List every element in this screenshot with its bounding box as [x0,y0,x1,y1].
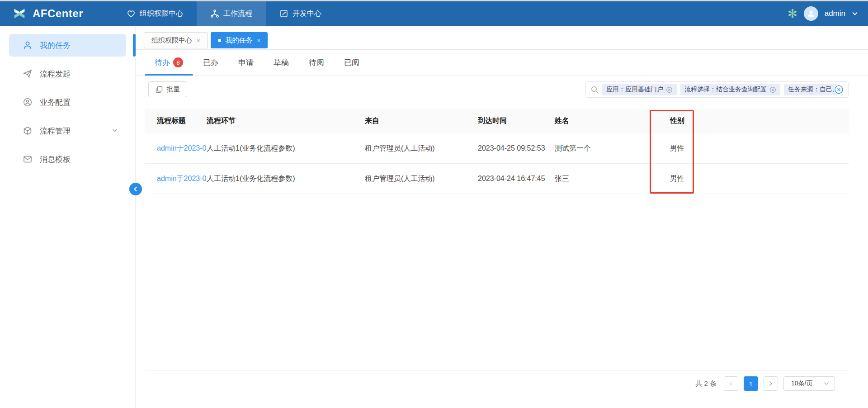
filter-chip-label: 应用：应用基础门户 [606,85,663,94]
cell-name: 张三 [555,174,670,184]
table-row[interactable]: admin于2023-0 人工活动1(业务化流程参数) 租户管理员(人工活动) … [145,133,849,164]
filter-search-box[interactable]: 应用：应用基础门户 流程选择：结合业务查询配置 任务来源：自己,代 [585,81,849,98]
cell-from: 租户管理员(人工活动) [365,144,478,153]
next-page-button[interactable] [764,376,778,391]
chevron-down-icon[interactable] [852,11,858,16]
edit-square-icon [279,9,288,18]
column-header-process-step[interactable]: 流程环节 [207,116,365,126]
nav-item-workflow[interactable]: 工作流程 [197,1,266,26]
doc-tab-my-tasks[interactable]: 我的任务 × [211,32,268,48]
heart-shield-icon [127,9,136,18]
sidebar: 我的任务 流程发起 业务配置 流程管理 [0,26,136,408]
task-table: 流程标题 流程环节 来自 到达时间 姓名 性别 admin于2023-0 人工活… [145,109,849,194]
cell-from: 租户管理员(人工活动) [365,174,478,184]
filter-chip-process-select[interactable]: 流程选择：结合业务查询配置 [680,84,780,95]
brand[interactable]: AFCenter [0,1,113,26]
assistant-knot-icon[interactable]: ✻ [788,8,797,19]
tab-label: 已办 [203,57,218,68]
remove-filter-icon[interactable] [769,86,776,93]
nav-item-org-permission-center[interactable]: 组织权限中心 [113,1,197,26]
todo-count-badge: 8 [173,57,183,67]
search-icon [590,85,599,94]
document-tab-bar: 组织权限中心 × 我的任务 × [136,26,868,50]
filter-chip-label: 流程选择：结合业务查询配置 [684,85,767,94]
sidebar-item-start-process[interactable]: 流程发起 [9,62,126,85]
paper-plane-icon [23,69,33,79]
clear-all-filters-icon[interactable] [834,85,844,95]
active-dot-icon [218,39,221,42]
remove-filter-icon[interactable] [666,86,673,93]
cell-arrival-time: 2023-04-24 16:47:45 [478,175,555,183]
filter-chip-task-source[interactable]: 任务来源：自己,代 [784,84,838,95]
sidebar-item-label: 流程管理 [40,126,71,136]
sidebar-item-my-tasks[interactable]: 我的任务 [9,34,126,57]
close-icon[interactable]: × [197,38,200,43]
tab-read[interactable]: 已阅 [334,50,369,75]
brand-title: AFCenter [33,7,83,20]
doc-tab-label: 组织权限中心 [151,36,192,45]
page-size-select[interactable]: 10条/页 [783,376,835,391]
user-name[interactable]: admin [825,9,845,18]
user-circle-icon [23,97,33,107]
sidebar-item-business-config[interactable]: 业务配置 [9,91,126,114]
tab-label: 已阅 [344,57,359,68]
chevron-down-icon[interactable] [112,127,118,133]
envelope-icon [23,154,33,164]
sidebar-item-label: 业务配置 [40,97,71,108]
avatar[interactable] [804,6,818,21]
column-header-arrival-time[interactable]: 到达时间 [478,116,555,126]
afcenter-logo-icon [12,6,27,21]
table-header-row: 流程标题 流程环节 来自 到达时间 姓名 性别 [145,109,849,133]
tab-label: 草稿 [274,57,289,68]
column-header-gender[interactable]: 性别 [670,116,849,126]
workflow-icon [210,9,219,18]
prev-page-button[interactable] [724,376,738,391]
footer-divider [145,370,849,370]
nav-item-dev-center[interactable]: 开发中心 [266,1,335,26]
process-title-link[interactable]: admin于2023-0 [157,174,207,184]
cell-gender: 男性 [670,174,849,184]
total-count-label: 共 2 条 [695,380,717,388]
batch-button[interactable]: 批量 [148,81,187,97]
column-header-process-title[interactable]: 流程标题 [157,116,207,126]
nav-item-label: 组织权限中心 [140,9,183,19]
user-icon [23,40,33,50]
tab-draft[interactable]: 草稿 [264,50,299,75]
sidebar-item-process-management[interactable]: 流程管理 [9,119,126,142]
current-page-button[interactable]: 1 [744,376,758,391]
tab-label: 申请 [238,57,254,68]
process-title-link[interactable]: admin于2023-0 [157,144,207,153]
filter-chip-label: 任务来源：自己,代 [788,85,838,94]
tab-label: 待办 [155,57,170,68]
tab-done[interactable]: 已办 [193,50,228,75]
chevron-down-icon [824,382,829,385]
sidebar-item-label: 我的任务 [40,40,71,51]
page-size-value: 10条/页 [791,380,812,388]
table-row[interactable]: admin于2023-0 人工活动1(业务化流程参数) 租户管理员(人工活动) … [145,164,849,194]
sidebar-item-message-template[interactable]: 消息模板 [9,148,126,171]
box-icon [23,126,33,136]
tab-apply[interactable]: 申请 [228,50,264,75]
sidebar-collapse-button[interactable] [129,183,142,195]
main-content: 组织权限中心 × 我的任务 × 待办 8 已办 申请 草稿 待阅 已阅 [136,26,868,408]
column-header-name[interactable]: 姓名 [555,116,670,126]
cell-gender: 男性 [670,144,849,153]
column-header-from[interactable]: 来自 [365,116,478,126]
task-tab-bar: 待办 8 已办 申请 草稿 待阅 已阅 [136,50,868,76]
tab-to-read[interactable]: 待阅 [299,50,334,75]
copy-stack-icon [156,86,163,93]
close-icon[interactable]: × [257,38,261,43]
tab-label: 待阅 [309,57,324,68]
cell-process-step: 人工活动1(业务化流程参数) [207,144,365,153]
top-navbar: AFCenter 组织权限中心 工作流程 开发中心 [0,1,868,26]
doc-tab-org-permission-center[interactable]: 组织权限中心 × [144,32,208,48]
cell-arrival-time: 2023-04-25 09:52:53 [478,144,555,152]
filter-chip-application[interactable]: 应用：应用基础门户 [602,84,677,95]
navbar-right: ✻ admin [788,1,858,26]
batch-button-label: 批量 [166,85,180,94]
cell-process-step: 人工活动1(业务化流程参数) [207,174,365,184]
toolbar: 批量 应用：应用基础门户 流程选择：结合业务查询配置 [136,76,868,109]
sidebar-item-label: 消息模板 [40,154,71,165]
tab-todo[interactable]: 待办 8 [145,50,193,75]
nav-item-label: 开发中心 [292,9,321,19]
